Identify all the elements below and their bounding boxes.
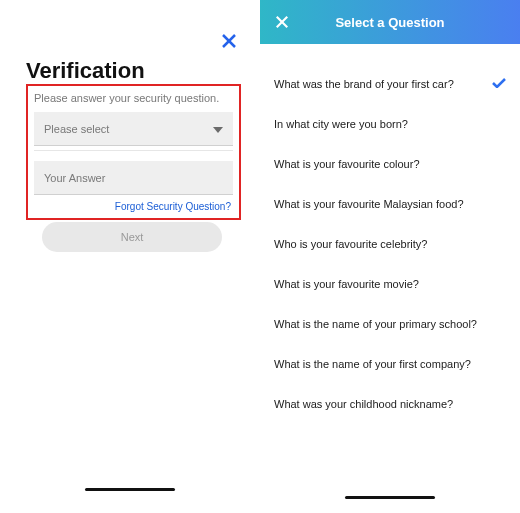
question-option[interactable]: What is your favourite movie? — [260, 264, 520, 304]
answer-placeholder: Your Answer — [44, 172, 105, 184]
verification-screen: Verification Please answer your security… — [0, 0, 260, 513]
modal-title: Select a Question — [335, 15, 444, 30]
question-option[interactable]: What is the name of your first company? — [260, 344, 520, 384]
select-placeholder: Please select — [44, 123, 109, 135]
home-indicator — [345, 496, 435, 499]
question-text: Who is your favourite celebrity? — [274, 238, 427, 250]
svg-marker-2 — [213, 127, 223, 133]
forgot-security-question-link[interactable]: Forgot Security Question? — [28, 199, 239, 212]
question-text: In what city were you born? — [274, 118, 408, 130]
question-text: What was the brand of your first car? — [274, 78, 454, 90]
modal-header: Select a Question — [260, 0, 520, 44]
check-icon — [492, 78, 506, 90]
page-title: Verification — [26, 58, 145, 84]
question-option[interactable]: What is your favourite Malaysian food? — [260, 184, 520, 224]
question-list: What was the brand of your first car?In … — [260, 44, 520, 424]
close-icon[interactable] — [218, 30, 240, 52]
question-text: What is the name of your first company? — [274, 358, 471, 370]
security-question-select[interactable]: Please select — [34, 112, 233, 146]
question-option[interactable]: What is the name of your primary school? — [260, 304, 520, 344]
question-text: What is the name of your primary school? — [274, 318, 477, 330]
close-icon[interactable] — [270, 10, 294, 34]
divider — [34, 150, 233, 151]
question-option[interactable]: In what city were you born? — [260, 104, 520, 144]
next-button[interactable]: Next — [42, 222, 222, 252]
question-option[interactable]: What is your favourite colour? — [260, 144, 520, 184]
chevron-down-icon — [213, 123, 223, 135]
select-question-screen: Select a Question What was the brand of … — [260, 0, 520, 513]
home-indicator — [85, 488, 175, 491]
instruction-text: Please answer your security question. — [28, 86, 239, 112]
question-option[interactable]: What was your childhood nickname? — [260, 384, 520, 424]
answer-input[interactable]: Your Answer — [34, 161, 233, 195]
question-text: What is your favourite movie? — [274, 278, 419, 290]
highlighted-region: Please answer your security question. Pl… — [26, 84, 241, 220]
question-text: What is your favourite Malaysian food? — [274, 198, 464, 210]
question-option[interactable]: Who is your favourite celebrity? — [260, 224, 520, 264]
question-text: What is your favourite colour? — [274, 158, 420, 170]
question-option[interactable]: What was the brand of your first car? — [260, 64, 520, 104]
question-text: What was your childhood nickname? — [274, 398, 453, 410]
